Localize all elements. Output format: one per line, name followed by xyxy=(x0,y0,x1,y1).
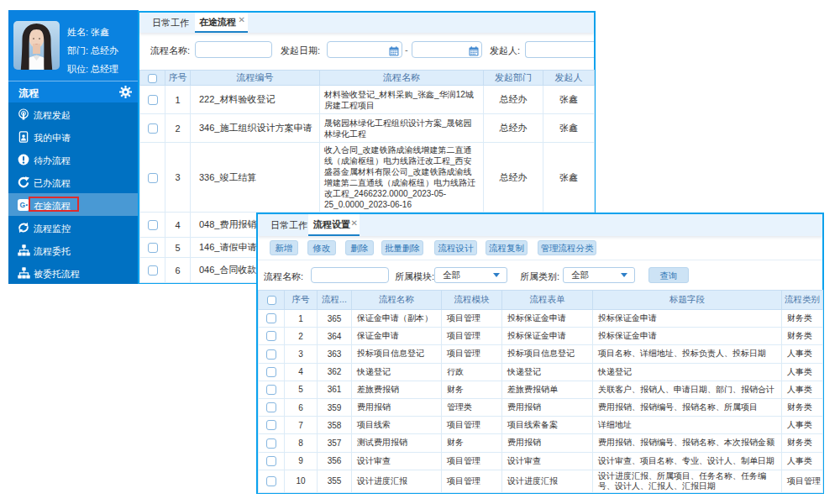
svg-text:G: G xyxy=(20,201,26,209)
